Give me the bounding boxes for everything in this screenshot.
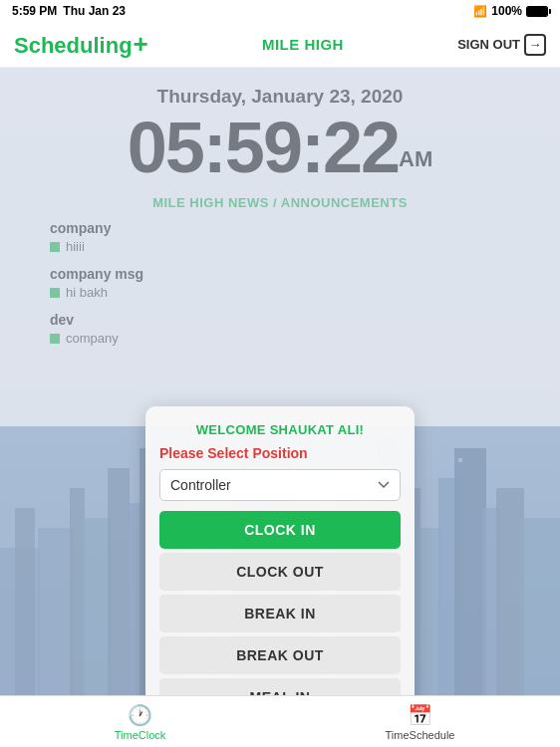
status-left: 5:59 PM Thu Jan 23 — [12, 4, 126, 18]
position-dropdown[interactable]: Controller Manager Supervisor Employee — [159, 469, 401, 501]
modal-overlay: WELCOME SHAUKAT ALI! Please Select Posit… — [0, 68, 560, 747]
timeclock-icon: 🕐 — [128, 703, 152, 727]
break-out-button[interactable]: BREAK OUT — [159, 636, 401, 674]
timeschedule-label: TimeSchedule — [386, 729, 455, 741]
battery-icon — [526, 6, 548, 17]
status-time: 5:59 PM — [12, 4, 57, 18]
app-header: Scheduling+ MILE HIGH SIGN OUT → — [0, 22, 560, 68]
modal-welcome: WELCOME SHAUKAT ALI! — [159, 422, 401, 437]
bottom-navigation: 🕐 TimeClock 📅 TimeSchedule — [0, 695, 560, 747]
timeschedule-icon: 📅 — [408, 703, 432, 727]
main-content: Thursday, January 23, 2020 05:59:22AM MI… — [0, 68, 560, 747]
status-date: Thu Jan 23 — [63, 4, 126, 18]
sign-out-button[interactable]: SIGN OUT → — [457, 34, 546, 56]
sign-out-icon: → — [524, 34, 546, 56]
battery-percent: 100% — [491, 4, 522, 18]
break-in-button[interactable]: BREAK IN — [159, 595, 401, 632]
company-name: MILE HIGH — [262, 36, 344, 53]
timeclock-label: TimeClock — [115, 729, 166, 741]
modal-select-label: Please Select Position — [159, 445, 401, 461]
status-bar: 5:59 PM Thu Jan 23 📶 100% — [0, 0, 560, 22]
nav-timeclock[interactable]: 🕐 TimeClock — [101, 703, 180, 741]
nav-timeschedule[interactable]: 📅 TimeSchedule — [381, 703, 460, 741]
clock-in-button[interactable]: CLOCK IN — [159, 511, 401, 549]
sign-out-label: SIGN OUT — [457, 37, 520, 52]
app-logo: Scheduling+ — [14, 29, 148, 60]
logo-plus: + — [134, 29, 148, 59]
logo-text: Scheduling+ — [14, 29, 148, 60]
wifi-icon: 📶 — [473, 5, 487, 18]
status-right: 📶 100% — [473, 4, 548, 18]
clock-out-button[interactable]: CLOCK OUT — [159, 553, 401, 591]
